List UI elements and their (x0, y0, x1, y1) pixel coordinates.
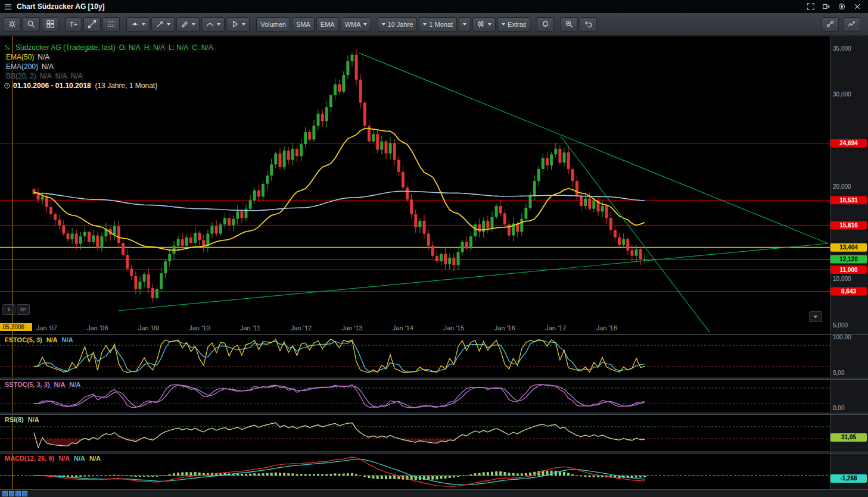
scroll-down-button[interactable] (2, 304, 15, 315)
grid-layout[interactable] (42, 17, 59, 32)
close-icon (853, 2, 861, 11)
curve-tool[interactable] (201, 17, 225, 32)
ema-button[interactable]: EMA (316, 17, 339, 32)
indicator-value: N/A (74, 455, 85, 462)
price-axis-badge: 24,694 (830, 139, 867, 148)
grid-icon (46, 20, 55, 29)
volume-button[interactable]: Volumen (256, 17, 290, 32)
button-label: 10 Jahre (388, 21, 413, 28)
sstoc-svg[interactable] (0, 380, 868, 412)
rsi-svg[interactable] (0, 415, 868, 451)
indicator-layout[interactable] (822, 17, 839, 32)
indicator-name: RSI(8) (5, 416, 24, 423)
pointer-tool[interactable] (226, 17, 250, 32)
macd-pane[interactable] (0, 453, 868, 490)
jump-to-end-button[interactable] (809, 311, 822, 322)
macd-value-badge: -1,268 (830, 474, 867, 483)
price-axis-badge: 12,120 (830, 255, 867, 264)
legend-indicator-row: EMA(50)N/A (4, 53, 216, 61)
fstoc-pane[interactable] (0, 335, 868, 377)
toolbar: T+VolumenSMAEMAWMA10 Jahre1 MonatExtras (0, 13, 868, 36)
legend-period-row: 01.10.2006 - 01.10.2018 (13 Jahre, 1 Mon… (4, 82, 216, 90)
panel-indicator[interactable] (15, 491, 21, 496)
legend-indicator-row: BB(20, 2)N/A N/A N/A (4, 72, 216, 80)
svg-text:Jan '11: Jan '11 (240, 324, 260, 332)
settings[interactable] (4, 17, 21, 32)
macd-label: MACD(12, 26, 9)N/AN/AN/A (5, 455, 105, 462)
panel-indicator[interactable] (22, 491, 27, 496)
chevron-down-icon (142, 23, 145, 26)
svg-text:5,000: 5,000 (833, 322, 848, 329)
button-label: 1 Monat (429, 21, 453, 28)
undo-button[interactable] (580, 17, 597, 32)
draw-tool[interactable] (176, 17, 200, 32)
svg-text:Jan '18: Jan '18 (596, 324, 617, 332)
extras-select[interactable]: Extras (497, 17, 530, 32)
record-button[interactable] (836, 1, 848, 12)
indicator-value: N/A (46, 336, 58, 343)
axis-label: 100,00 (833, 334, 851, 340)
export-icon (822, 2, 830, 11)
indicator-value: N/A (54, 381, 66, 388)
candle-icon (477, 20, 486, 29)
arrowt-icon (155, 20, 164, 29)
curve-icon (206, 20, 214, 29)
arrowdown-icon (5, 306, 13, 313)
zoom-in-button[interactable] (561, 17, 578, 32)
indicator-value: N/A (58, 455, 70, 462)
panel-indicator[interactable] (2, 491, 8, 496)
menu-icon (4, 2, 13, 11)
zigzag-tool[interactable] (843, 17, 860, 32)
button-label: SMA (296, 21, 310, 28)
svg-text:Jan '09: Jan '09 (138, 324, 159, 332)
alerts-button[interactable] (537, 17, 554, 32)
price-axis-badge: 18,531 (830, 196, 867, 204)
text-tool[interactable]: T+ (66, 17, 82, 32)
svg-text:Jan '17: Jan '17 (545, 324, 566, 332)
maximize-button[interactable] (805, 1, 817, 12)
wma-button[interactable]: WMA (341, 17, 371, 32)
svg-text:Jan '16: Jan '16 (494, 324, 515, 332)
record-icon (838, 2, 846, 11)
close-button[interactable] (851, 1, 863, 12)
sma-button[interactable]: SMA (292, 17, 315, 32)
chevron-down-icon (217, 23, 220, 26)
export-button[interactable] (820, 1, 832, 12)
ohlc-values: O: N/A H: N/A L: N/A C: N/A (119, 43, 213, 52)
interval-select[interactable]: 1 Monat (419, 17, 457, 32)
range-select[interactable]: 10 Jahre (378, 17, 418, 32)
maximize-icon (807, 2, 815, 11)
svg-text:12,120: 12,120 (839, 256, 858, 262)
chevron-down-icon (192, 23, 195, 26)
svg-text:13,404: 13,404 (839, 244, 858, 251)
svg-text:20,000: 20,000 (833, 183, 851, 190)
menu-button[interactable] (0, 0, 15, 13)
hline-tool[interactable] (126, 17, 150, 32)
fstoc-svg[interactable] (0, 335, 868, 377)
cursor-icon (231, 20, 239, 29)
period-range: 01.10.2006 - 01.10.2018 (13, 82, 91, 90)
zoom-mode[interactable] (23, 17, 40, 32)
sstoc-pane[interactable] (0, 379, 868, 412)
chevron-down-icon (502, 23, 505, 26)
panel-indicator[interactable] (9, 491, 14, 496)
sstoc-label: SSTOC(5, 3, 3)N/AN/A (5, 381, 85, 388)
chart-type-select[interactable] (472, 17, 496, 32)
fibonacci-tool[interactable] (102, 17, 120, 32)
more-dropdown[interactable] (459, 17, 471, 32)
rsi-pane[interactable] (0, 414, 868, 451)
trendline-tool[interactable] (83, 17, 101, 32)
fib-icon (107, 20, 116, 29)
zoomin-icon (565, 20, 574, 29)
pane-stack-button[interactable] (17, 304, 30, 315)
titlebar: Chart Südzucker AG [10y] (0, 0, 868, 13)
arrow-tool[interactable] (151, 17, 175, 32)
macd-svg[interactable] (0, 454, 868, 490)
indicator-name: BB(20, 2) (6, 72, 36, 80)
svg-text:Jan '14: Jan '14 (393, 324, 413, 332)
indicator-name: SSTOC(5, 3, 3) (5, 381, 50, 388)
svg-text:Jan '13: Jan '13 (341, 324, 362, 332)
svg-text:30,000: 30,000 (833, 91, 851, 98)
svg-text:Jan '10: Jan '10 (189, 324, 210, 332)
clock-icon (4, 82, 11, 89)
